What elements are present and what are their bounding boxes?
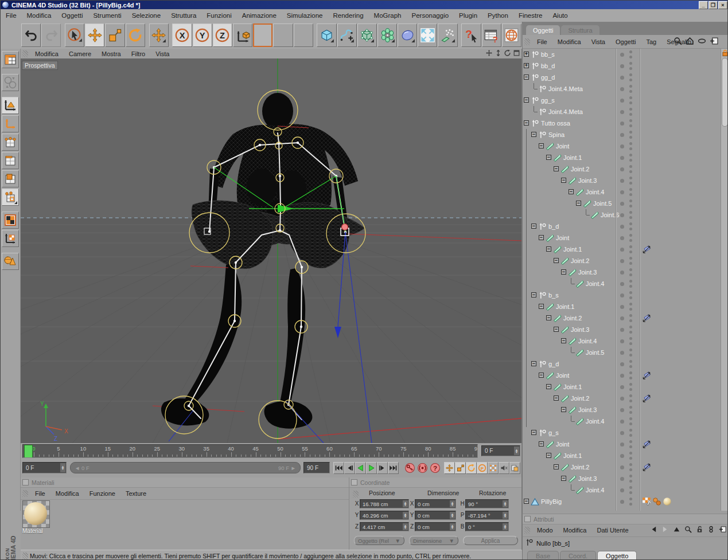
current-frame-marker[interactable]	[24, 445, 33, 458]
visibility-dots[interactable]	[618, 370, 641, 381]
tree-expand-toggle[interactable]: −	[530, 358, 538, 370]
expand-box[interactable]: −	[546, 155, 551, 160]
layer-dot[interactable]	[620, 213, 624, 217]
render-visibility-dot[interactable]	[629, 365, 632, 368]
render-visibility-dot[interactable]	[629, 377, 632, 379]
add-cube-button[interactable]	[317, 24, 336, 47]
field-stepper[interactable]: ▲▼	[450, 500, 455, 507]
visibility-dots[interactable]	[618, 450, 641, 461]
layer-dot[interactable]	[620, 500, 624, 504]
scale-button[interactable]	[105, 24, 124, 47]
tree-row[interactable]: −Joint.1	[523, 381, 721, 393]
position-value-field[interactable]: 4.417 cm▲▼	[360, 522, 409, 531]
dimension-value-field[interactable]: 0 cm▲▼	[415, 511, 456, 520]
position-value-field[interactable]: 16.788 cm▲▼	[360, 499, 409, 508]
visibility-dots[interactable]	[618, 347, 641, 358]
layer-dot[interactable]	[620, 397, 624, 401]
menu-mograph[interactable]: MoGraph	[369, 11, 407, 20]
layer-dot[interactable]	[620, 362, 624, 366]
tree-row[interactable]: −Joint	[523, 438, 721, 450]
visibility-dots[interactable]	[618, 163, 641, 175]
viewport-menu-filtro[interactable]: Filtro	[126, 49, 150, 58]
add-metaball-button[interactable]	[398, 24, 417, 47]
record-options-button[interactable]: ?	[429, 462, 441, 474]
viewport-menu-mostra[interactable]: Mostra	[96, 49, 126, 58]
tree-expand-toggle[interactable]: −	[538, 370, 545, 381]
tree-expand-toggle[interactable]: −	[560, 404, 567, 416]
object-name[interactable]: Joint.5	[593, 200, 612, 207]
editor-visibility-dot[interactable]	[629, 303, 632, 306]
layer-dot[interactable]	[620, 465, 624, 469]
layer-dot[interactable]	[620, 259, 624, 263]
visibility-dots[interactable]	[618, 118, 641, 129]
visibility-dots[interactable]	[618, 106, 641, 118]
object-tree-scrollbar[interactable]	[721, 49, 728, 511]
new-panel-icon[interactable]	[710, 37, 718, 46]
objects-menu-vista[interactable]: Vista	[586, 37, 610, 46]
key-rotation-button[interactable]	[466, 462, 477, 474]
material-tag-icon[interactable]	[663, 497, 672, 507]
add-mograph-button[interactable]	[377, 24, 397, 47]
editor-visibility-dot[interactable]	[629, 383, 632, 386]
online-help-button[interactable]	[502, 24, 521, 47]
object-name[interactable]: Joint.4	[586, 487, 604, 494]
tree-row[interactable]: −Joint.3	[523, 404, 721, 416]
visibility-dots[interactable]	[618, 358, 641, 370]
object-name[interactable]: Joint	[556, 441, 569, 448]
object-name[interactable]: Joint.3	[578, 269, 597, 276]
render-visibility-dot[interactable]	[629, 422, 632, 425]
field-stepper[interactable]: ▲▼	[403, 512, 408, 519]
tree-expand-toggle[interactable]: −	[545, 381, 552, 393]
tree-expand-toggle[interactable]: −	[560, 175, 567, 186]
edges-mode-button[interactable]	[2, 152, 19, 169]
layer-dot[interactable]	[620, 144, 624, 148]
render-visibility-dot[interactable]	[629, 480, 632, 483]
field-stepper[interactable]: ▲▼	[503, 500, 508, 507]
tree-expand-toggle[interactable]: −	[530, 427, 538, 438]
editor-visibility-dot[interactable]	[629, 62, 632, 65]
visibility-dots[interactable]	[618, 381, 641, 393]
object-name[interactable]: PillyBig	[541, 498, 562, 505]
add-deformer-button[interactable]	[357, 24, 377, 47]
tree-row[interactable]: −Joint.1	[523, 450, 721, 461]
tree-row[interactable]: −b_s	[523, 289, 721, 301]
attr-tab-coord[interactable]: Coord.	[560, 551, 596, 560]
expand-box[interactable]: −	[539, 373, 544, 378]
texture-axis-mode-button[interactable]	[2, 230, 19, 247]
expand-box[interactable]: −	[531, 361, 536, 366]
expand-box[interactable]: −	[554, 395, 559, 401]
menu-file[interactable]: File	[1, 11, 22, 20]
expand-box[interactable]: −	[546, 315, 551, 320]
panel-box-icon[interactable]	[524, 516, 531, 522]
layer-dot[interactable]	[620, 53, 624, 57]
apply-button[interactable]: Applica	[463, 536, 518, 545]
visibility-dots[interactable]	[618, 186, 641, 198]
editor-visibility-dot[interactable]	[629, 73, 632, 76]
editor-visibility-dot[interactable]	[629, 142, 632, 145]
rotation-value-field[interactable]: 90 °▲▼	[465, 499, 509, 508]
lock-x-button[interactable]: X	[172, 24, 192, 47]
expand-box[interactable]: −	[539, 441, 544, 447]
tree-expand-toggle[interactable]: −	[523, 95, 530, 106]
up-icon[interactable]	[673, 526, 680, 534]
object-name[interactable]: Joint	[556, 234, 569, 241]
layer-dot[interactable]	[620, 431, 624, 435]
field-stepper[interactable]: ▲▼	[403, 523, 408, 530]
object-name[interactable]: g_d	[548, 361, 559, 367]
history-icon[interactable]	[707, 526, 715, 534]
render-visibility-dot[interactable]	[629, 491, 632, 494]
tree-row[interactable]: Joint.4	[523, 484, 721, 496]
tree-expand-toggle[interactable]: −	[545, 450, 552, 461]
help-button[interactable]: ?	[461, 24, 481, 47]
tree-expand-toggle[interactable]: −	[538, 232, 545, 244]
tree-row[interactable]: −PillyBig	[523, 496, 721, 507]
expand-box[interactable]: −	[576, 201, 581, 206]
editor-visibility-dot[interactable]	[629, 50, 632, 53]
layout-button[interactable]	[2, 51, 19, 68]
layer-dot[interactable]	[620, 190, 624, 194]
object-name[interactable]: Joint.2	[563, 315, 582, 322]
tree-row[interactable]: +bb_s	[523, 49, 721, 60]
visibility-dots[interactable]	[618, 484, 641, 496]
add-particles-button[interactable]	[438, 24, 457, 47]
visibility-dots[interactable]	[618, 129, 641, 140]
